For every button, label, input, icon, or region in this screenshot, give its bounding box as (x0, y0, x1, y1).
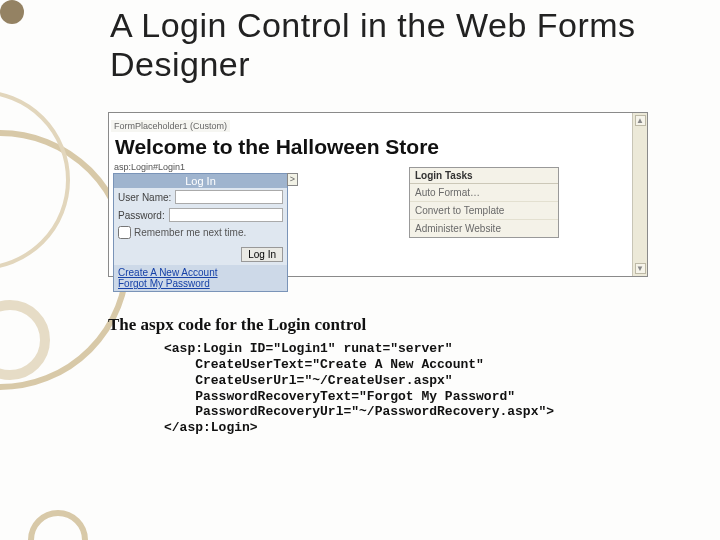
username-input[interactable] (175, 190, 283, 204)
code-line: CreateUserText="Create A New Account" (164, 357, 484, 372)
forgot-password-link[interactable]: Forgot My Password (118, 278, 283, 289)
create-account-link[interactable]: Create A New Account (118, 267, 283, 278)
smart-panel-header: Login Tasks (410, 168, 558, 184)
remember-checkbox[interactable] (118, 226, 131, 239)
login-control[interactable]: > Log In User Name: Password: Remember m… (113, 173, 288, 292)
scroll-down-icon[interactable]: ▼ (635, 263, 646, 274)
placeholder-tag: FormPlaceholder1 (Custom) (111, 120, 230, 132)
smart-tag-panel: Login Tasks Auto Format… Convert to Temp… (409, 167, 559, 238)
password-input[interactable] (169, 208, 283, 222)
bg-dot (0, 0, 24, 24)
bg-ring (28, 510, 88, 540)
login-button[interactable]: Log In (241, 247, 283, 262)
code-section: The aspx code for the Login control <asp… (108, 315, 668, 436)
code-line: CreateUserUrl="~/CreateUser.aspx" (164, 373, 453, 388)
remember-label: Remember me next time. (134, 227, 246, 238)
code-line: PasswordRecoveryUrl="~/PasswordRecovery.… (164, 404, 554, 419)
scrollbar[interactable]: ▲ ▼ (632, 113, 647, 276)
smart-panel-item[interactable]: Convert to Template (410, 202, 558, 220)
scroll-up-icon[interactable]: ▲ (635, 115, 646, 126)
control-tag: asp:Login#Login1 (111, 161, 645, 173)
code-line: </asp:Login> (164, 420, 258, 435)
password-label: Password: (118, 210, 165, 221)
smart-tag-glyph-icon[interactable]: > (287, 173, 298, 186)
login-header: Log In (114, 174, 287, 188)
smart-panel-item[interactable]: Auto Format… (410, 184, 558, 202)
designer-screenshot: FormPlaceholder1 (Custom) Welcome to the… (108, 112, 648, 277)
code-block: <asp:Login ID="Login1" runat="server" Cr… (108, 341, 668, 436)
smart-panel-item[interactable]: Administer Website (410, 220, 558, 237)
slide-title: A Login Control in the Web Forms Designe… (110, 6, 670, 84)
code-title: The aspx code for the Login control (108, 315, 668, 335)
page-heading: Welcome to the Halloween Store (111, 133, 645, 161)
code-line: PasswordRecoveryText="Forgot My Password… (164, 389, 515, 404)
code-line: <asp:Login ID="Login1" runat="server" (164, 341, 453, 356)
username-label: User Name: (118, 192, 171, 203)
